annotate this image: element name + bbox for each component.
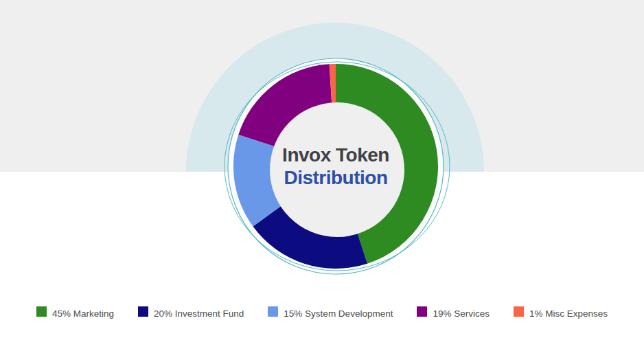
legend-label: 45% Marketing <box>52 308 114 319</box>
legend-swatch <box>268 306 278 317</box>
legend-label: 19% Services <box>433 308 490 319</box>
legend-item-marketing: 45% Marketing <box>36 306 114 319</box>
legend-item-services: 19% Services <box>417 306 490 319</box>
center-title-line1: Invox Token <box>282 144 389 166</box>
legend-label: 1% Misc Expenses <box>529 308 608 319</box>
center-title-line2: Distribution <box>282 166 389 189</box>
legend-swatch <box>514 306 524 317</box>
legend-swatch <box>138 306 148 317</box>
donut-center-label: Invox Token Distribution <box>282 144 389 189</box>
legend-label: 15% System Development <box>284 308 393 319</box>
chart-legend: 45% Marketing20% Investment Fund15% Syst… <box>0 306 644 319</box>
legend-item-investment-fund: 20% Investment Fund <box>138 306 244 319</box>
legend-item-system-development: 15% System Development <box>268 306 393 319</box>
legend-item-misc-expenses: 1% Misc Expenses <box>514 306 608 319</box>
legend-swatch <box>417 306 427 317</box>
hero-section: Invox Token Distribution 45% Marketing20… <box>0 0 644 349</box>
legend-swatch <box>36 306 47 317</box>
legend-label: 20% Investment Fund <box>154 308 244 319</box>
